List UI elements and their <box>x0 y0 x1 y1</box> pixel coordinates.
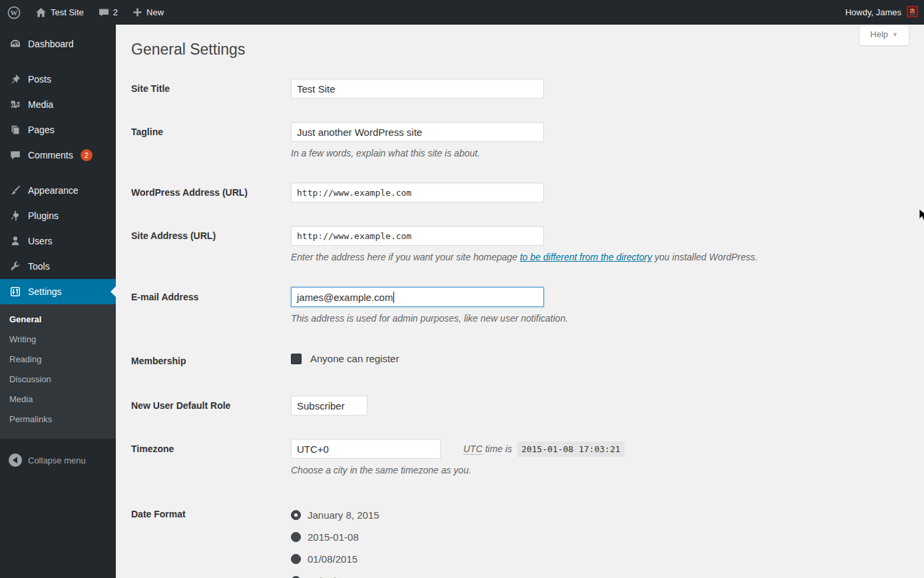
wordpress-address-input[interactable] <box>291 182 544 202</box>
mouse-cursor <box>919 208 924 224</box>
home-icon <box>35 7 47 18</box>
admin-bar-new-menu[interactable]: New <box>125 0 171 25</box>
date-format-option[interactable]: 01/08/2015 <box>291 548 924 570</box>
site-address-row: Site Address (URL) Enter the address her… <box>131 226 924 263</box>
anyone-can-register-label[interactable]: Anyone can register <box>310 353 399 364</box>
wordpress-logo-menu[interactable]: W <box>0 0 28 25</box>
sidebar-label: Media <box>28 99 53 111</box>
default-role-label: New User Default Role <box>131 396 291 416</box>
comment-bubble-icon <box>99 7 109 18</box>
admin-bar-comments[interactable]: 2 <box>91 0 125 25</box>
admin-bar-comment-count: 2 <box>113 7 118 17</box>
radio-button[interactable] <box>291 554 301 564</box>
radio-button[interactable] <box>291 532 301 542</box>
timezone-row: Timezone UTC+0 UTC time is 2015-01-08 17… <box>131 439 924 476</box>
text-caret <box>393 292 394 303</box>
admin-bar-site-name: Test Site <box>51 7 84 17</box>
svg-text:W: W <box>11 9 18 17</box>
sidebar-label: Users <box>28 235 53 247</box>
site-address-input[interactable] <box>291 226 544 246</box>
media-icon <box>9 98 22 111</box>
submenu-item-discussion[interactable]: Discussion <box>0 370 116 390</box>
plus-icon <box>132 7 142 17</box>
sidebar-item-plugins[interactable]: Plugins <box>0 203 116 228</box>
sidebar-label: Comments <box>28 149 73 161</box>
sidebar-item-settings[interactable]: Settings <box>0 279 116 304</box>
avatar <box>907 6 918 19</box>
sidebar-item-pages[interactable]: Pages <box>0 117 116 143</box>
utc-time-value: 2015-01-08 17:03:21 <box>517 441 624 457</box>
comments-icon <box>9 148 22 162</box>
settings-submenu: General Writing Reading Discussion Media… <box>0 304 116 439</box>
sidebar-item-dashboard[interactable]: Dashboard <box>0 31 116 57</box>
wordpress-address-label: WordPress Address (URL) <box>131 182 291 202</box>
sidebar-item-comments[interactable]: Comments 2 <box>0 143 116 168</box>
anyone-can-register-checkbox[interactable] <box>291 354 302 364</box>
site-title-label: Site Title <box>131 79 291 99</box>
utc-abbr: UTC <box>463 443 483 455</box>
sidebar-label: Pages <box>28 124 55 136</box>
sidebar-label: Settings <box>28 286 62 298</box>
tagline-row: Tagline In a few words, explain what thi… <box>131 122 924 159</box>
date-format-option[interactable]: 08/01/2015 <box>291 570 924 578</box>
submenu-item-general[interactable]: General <box>0 310 116 330</box>
sidebar-separator <box>0 57 116 67</box>
wrench-icon <box>9 260 22 273</box>
email-help-text: This address is used for admin purposes,… <box>291 312 924 324</box>
dashboard-icon <box>9 37 22 51</box>
help-label: Help <box>870 29 888 39</box>
date-format-option[interactable]: 2015-01-08 <box>291 526 924 548</box>
main-content: Help ▼ General Settings Site Title Tagli… <box>116 25 924 578</box>
howdy-text: Howdy, James <box>845 7 901 17</box>
timezone-select[interactable]: UTC+0 <box>291 439 441 459</box>
admin-sidebar: Dashboard Posts Media Pages Comments <box>0 25 116 578</box>
tagline-label: Tagline <box>131 122 291 159</box>
general-settings-form: Site Title Tagline In a few words, expla… <box>131 79 924 578</box>
sidebar-separator <box>0 168 116 178</box>
sidebar-item-tools[interactable]: Tools <box>0 254 116 279</box>
submenu-item-media[interactable]: Media <box>0 390 116 410</box>
active-menu-arrow <box>105 286 116 297</box>
admin-bar-new-label: New <box>146 7 164 17</box>
admin-bar-account-menu[interactable]: Howdy, James <box>839 6 924 19</box>
brush-icon <box>9 184 22 197</box>
default-role-row: New User Default Role Subscriber <box>131 396 924 416</box>
submenu-item-permalinks[interactable]: Permalinks <box>0 410 116 430</box>
comments-badge: 2 <box>81 149 93 161</box>
sidebar-label: Posts <box>28 73 51 85</box>
email-field[interactable]: james@example.com <box>291 287 544 307</box>
membership-label: Membership <box>131 351 291 368</box>
wordpress-logo-icon: W <box>7 6 21 19</box>
collapse-menu-label: Collapse menu <box>28 455 86 465</box>
sidebar-item-media[interactable]: Media <box>0 92 116 117</box>
pages-icon <box>9 123 22 137</box>
collapse-arrow-icon <box>9 453 22 467</box>
sidebar-item-posts[interactable]: Posts <box>0 67 116 92</box>
user-icon <box>9 234 22 248</box>
submenu-item-reading[interactable]: Reading <box>0 350 116 370</box>
admin-bar: W Test Site 2 New Howdy, James <box>0 0 924 25</box>
admin-bar-site-link[interactable]: Test Site <box>28 0 91 25</box>
sidebar-item-users[interactable]: Users <box>0 228 116 254</box>
page-title: General Settings <box>131 40 924 59</box>
submenu-item-writing[interactable]: Writing <box>0 330 116 350</box>
radio-button[interactable] <box>291 510 301 520</box>
sidebar-label: Dashboard <box>28 38 74 50</box>
help-tab[interactable]: Help ▼ <box>859 25 909 46</box>
site-title-input[interactable] <box>291 79 544 99</box>
sidebar-label: Tools <box>28 260 50 272</box>
membership-row: Membership Anyone can register <box>131 351 924 368</box>
timezone-value: UTC+0 <box>297 443 329 455</box>
tagline-input[interactable] <box>291 122 544 142</box>
email-address-label: E-mail Address <box>131 287 291 324</box>
utc-time-text: UTC time is <box>463 443 512 454</box>
chevron-down-icon: ▼ <box>892 31 898 38</box>
default-role-select[interactable]: Subscriber <box>291 396 367 416</box>
sidebar-item-appearance[interactable]: Appearance <box>0 178 116 203</box>
timezone-help-text: Choose a city in the same timezone as yo… <box>291 464 924 476</box>
different-directory-link[interactable]: to be different from the directory <box>520 252 652 262</box>
tagline-help-text: In a few words, explain what this site i… <box>291 147 924 159</box>
date-format-option[interactable]: January 8, 2015 <box>291 504 924 526</box>
sidebar-label: Plugins <box>28 210 59 222</box>
collapse-menu-button[interactable]: Collapse menu <box>0 447 116 473</box>
